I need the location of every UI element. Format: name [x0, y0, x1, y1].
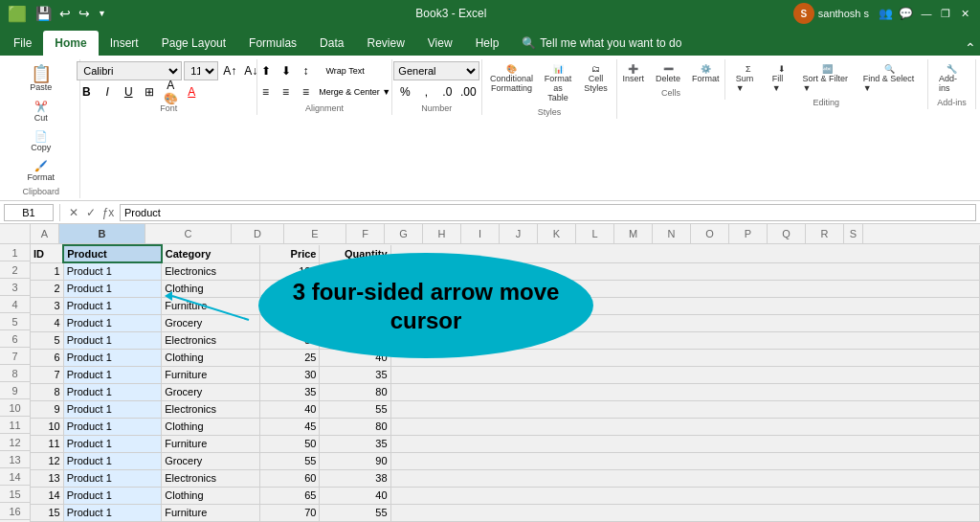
- cell-category-8[interactable]: Grocery: [162, 383, 260, 400]
- row-header-15[interactable]: 15: [0, 486, 31, 503]
- col-header-q[interactable]: Q: [768, 224, 806, 243]
- cell-product-15[interactable]: Product 1: [63, 504, 162, 521]
- conditional-formatting-btn[interactable]: 🎨 Conditional Formatting: [488, 61, 536, 105]
- cell-quantity-6[interactable]: 40: [320, 349, 390, 366]
- col-header-r[interactable]: R: [806, 224, 844, 243]
- col-header-o[interactable]: O: [691, 224, 729, 243]
- cell-product-14[interactable]: Product 1: [63, 487, 162, 504]
- row-header-6[interactable]: 6: [0, 330, 31, 348]
- cell-product-11[interactable]: Product 1: [63, 435, 162, 452]
- cell-price-3[interactable]: 80: [259, 297, 320, 314]
- col-header-b[interactable]: B: [59, 224, 145, 243]
- row-header-9[interactable]: 9: [0, 382, 31, 399]
- font-color-btn[interactable]: A: [182, 82, 201, 102]
- tab-search[interactable]: 🔍 Tell me what you want to do: [510, 31, 693, 56]
- cell-price-7[interactable]: 30: [259, 366, 320, 383]
- tab-formulas[interactable]: Formulas: [237, 31, 308, 56]
- cell-price-10[interactable]: 45: [259, 418, 320, 435]
- addins-btn[interactable]: 🔧 Add-ins: [934, 61, 969, 96]
- cell-id-6[interactable]: 6: [31, 349, 63, 366]
- cell-product-1[interactable]: Product 1: [63, 262, 162, 280]
- row-header-7[interactable]: 7: [0, 348, 31, 365]
- align-top-btn[interactable]: ⬆: [256, 61, 276, 80]
- increase-decimal-btn[interactable]: .00: [458, 82, 478, 102]
- merge-center-btn[interactable]: Merge & Center ▼: [317, 82, 393, 102]
- cell-product-10[interactable]: Product 1: [63, 418, 162, 435]
- close-btn[interactable]: ✕: [957, 6, 972, 21]
- save-qa-btn[interactable]: 💾: [33, 4, 55, 23]
- decrease-decimal-btn[interactable]: .0: [437, 82, 457, 102]
- undo-btn[interactable]: ↩: [56, 4, 74, 23]
- cut-btn[interactable]: ✂️Cut: [22, 98, 59, 125]
- cell-product-8[interactable]: Product 1: [63, 383, 162, 400]
- cell-category-2[interactable]: Clothing: [162, 280, 260, 297]
- row-header-8[interactable]: 8: [0, 365, 31, 382]
- cell-id-1[interactable]: 1: [31, 262, 63, 280]
- tab-data[interactable]: Data: [308, 31, 355, 56]
- cell-id-5[interactable]: 5: [31, 331, 63, 349]
- cell-product-9[interactable]: Product 1: [63, 400, 162, 418]
- cell-category-3[interactable]: Furniture: [162, 297, 260, 314]
- col-header-n[interactable]: N: [653, 224, 691, 243]
- redo-btn[interactable]: ↪: [76, 4, 93, 23]
- qa-dropdown[interactable]: ▼: [95, 7, 109, 20]
- row-header-13[interactable]: 13: [0, 451, 31, 468]
- cell-category-7[interactable]: Furniture: [162, 366, 260, 383]
- cell-id-4[interactable]: 4: [31, 314, 63, 331]
- col-header-l[interactable]: L: [576, 224, 614, 243]
- cell-quantity-1[interactable]: 50: [320, 262, 390, 280]
- align-left-btn[interactable]: ≡: [256, 82, 276, 102]
- cell-category-14[interactable]: Clothing: [162, 487, 260, 504]
- cell-id-7[interactable]: 7: [31, 366, 63, 383]
- align-right-btn[interactable]: ≡: [297, 82, 316, 102]
- font-increase-btn[interactable]: A↑: [220, 61, 239, 80]
- sort-filter-btn[interactable]: 🔤 Sort & Filter ▼: [798, 61, 857, 96]
- cell-price-11[interactable]: 50: [259, 435, 320, 452]
- tab-insert[interactable]: Insert: [99, 31, 150, 56]
- row-header-2[interactable]: 2: [0, 261, 31, 279]
- cell-price-6[interactable]: 25: [259, 349, 320, 366]
- cell-quantity-15[interactable]: 55: [320, 504, 390, 521]
- user-avatar[interactable]: S: [793, 3, 814, 24]
- cell-id-9[interactable]: 9: [31, 400, 63, 418]
- row-header-1[interactable]: 1: [0, 244, 31, 261]
- tab-home[interactable]: Home: [43, 31, 98, 56]
- fill-btn[interactable]: ⬇ Fill ▼: [768, 61, 796, 96]
- col-header-f[interactable]: F: [346, 224, 385, 243]
- row-header-10[interactable]: 10: [0, 399, 31, 417]
- cell-price-2[interactable]: 95: [259, 280, 320, 297]
- cell-category-9[interactable]: Electronics: [162, 400, 260, 418]
- confirm-formula-btn[interactable]: ✓: [83, 205, 99, 220]
- cell-price-5[interactable]: 50: [259, 331, 320, 349]
- cell-price-15[interactable]: 70: [259, 504, 320, 521]
- cell-quantity-4[interactable]: 80: [320, 314, 390, 331]
- cell-product-5[interactable]: Product 1: [63, 331, 162, 349]
- cell-product-13[interactable]: Product 1: [63, 469, 162, 487]
- align-middle-btn[interactable]: ⬇: [277, 61, 296, 80]
- font-family-select[interactable]: Calibri: [77, 61, 182, 80]
- copy-btn[interactable]: 📄Copy: [22, 127, 59, 155]
- cell-e1[interactable]: Quantity: [320, 245, 390, 262]
- cell-category-13[interactable]: Electronics: [162, 469, 260, 487]
- cell-price-8[interactable]: 35: [259, 383, 320, 400]
- row-header-12[interactable]: 12: [0, 434, 31, 451]
- col-header-p[interactable]: P: [729, 224, 768, 243]
- row-header-14[interactable]: 14: [0, 468, 31, 486]
- cell-quantity-12[interactable]: 90: [320, 452, 390, 469]
- cell-id-13[interactable]: 13: [31, 469, 63, 487]
- font-size-select[interactable]: 11: [184, 61, 218, 80]
- tab-page-layout[interactable]: Page Layout: [150, 31, 237, 56]
- cell-d1[interactable]: Price: [259, 245, 320, 262]
- cell-ref-box[interactable]: [4, 204, 54, 221]
- cell-styles-btn[interactable]: 🗂 Cell Styles: [581, 61, 612, 105]
- tab-review[interactable]: Review: [355, 31, 415, 56]
- cell-product-6[interactable]: Product 1: [63, 349, 162, 366]
- align-bottom-btn[interactable]: ↕: [297, 61, 316, 80]
- fill-color-btn[interactable]: A🎨: [161, 82, 180, 102]
- number-format-select[interactable]: General: [393, 61, 479, 80]
- cell-price-1[interactable]: 100: [259, 262, 320, 280]
- cell-b1[interactable]: Product: [63, 245, 162, 262]
- cell-quantity-2[interactable]: 70: [320, 280, 390, 297]
- cell-category-5[interactable]: Electronics: [162, 331, 260, 349]
- cell-c1[interactable]: Category: [162, 245, 260, 262]
